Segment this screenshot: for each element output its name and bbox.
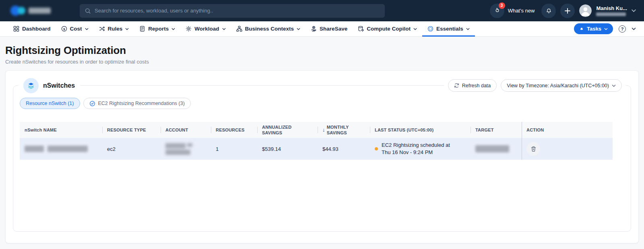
chevron-down-icon [125,28,129,30]
nav-item-compute-copilot[interactable]: Compute Copilot [353,21,422,36]
chevron-down-icon [297,28,300,30]
panel-title: nSwitches [43,82,75,89]
status-line-1: EC2 Rightsizing scheduled at [382,142,450,149]
notifications-button[interactable] [541,4,556,18]
tasks-label: Tasks [587,26,601,32]
refresh-label: Refresh data [462,83,491,88]
dashboard-icon [13,26,19,32]
user-menu[interactable]: Manish Ku... [596,6,627,16]
delete-nswitch-button[interactable] [526,142,540,156]
chevron-down-icon [413,28,417,30]
business-contexts-icon [236,26,242,32]
column-header-monthly-savings[interactable]: ↓ MONTHLY SAVINGS [318,122,370,138]
cell-last-status: EC2 Rightsizing scheduled at Thu 16 Nov … [370,138,471,160]
chevron-down-icon [85,28,89,30]
nav-label: Essentials [436,26,463,32]
redacted-nswitch-name [25,146,88,152]
table-header-row: nSwitch NAME RESOURCE TYPE ACCOUNT RESOU… [20,122,613,138]
redacted-target [475,145,509,152]
nav-item-cost[interactable]: $ Cost [56,21,94,36]
timezone-label: View by Timezone: Asia/Karachi (UTC+05:0… [507,83,609,88]
column-header-target[interactable]: TARGET [471,122,522,138]
nswitches-card: nSwitches Refresh data View by Timezone:… [5,70,639,243]
status-line-2: Thu 16 Nov - 9:24 PM [382,149,450,156]
nav-label: Compute Copilot [367,26,411,32]
nav-item-reports[interactable]: Reports [134,21,180,36]
nav-label: Cost [70,26,82,32]
chevron-down-icon[interactable] [632,9,636,12]
redacted-logo-text [29,8,51,14]
column-header-action: ACTION [522,122,613,138]
cell-monthly-savings: $44.93 [318,138,370,160]
nav-item-workload[interactable]: Workload [180,21,231,36]
redacted-account [165,143,192,155]
reports-icon [139,26,145,32]
panel-legend: nSwitches [18,78,80,93]
action-column-divider [522,122,522,160]
bell-icon [545,7,552,14]
cell-nswitch-name [20,138,102,160]
search-input[interactable] [95,8,380,14]
workload-icon [186,26,192,32]
main-nav: Dashboard $ Cost Rules Reports Workload … [0,21,644,37]
compute-copilot-icon [358,26,364,32]
column-header-resource-type[interactable]: RESOURCE TYPE [102,122,161,138]
nav-label: Reports [148,26,169,32]
chevron-down-icon [612,84,616,87]
add-button[interactable] [560,4,575,18]
tab-label: EC2 Rightsizing Recommendations (3) [98,101,185,106]
avatar[interactable] [579,4,592,17]
nav-label: Dashboard [22,26,51,32]
column-header-resources[interactable]: RESOURCES [211,122,257,138]
chevron-down-icon[interactable] [632,27,636,30]
nav-items: Dashboard $ Cost Rules Reports Workload … [8,21,475,36]
nav-item-sharesave[interactable]: ShareSave [305,21,353,36]
panel-actions: Refresh data View by Timezone: Asia/Kara… [444,79,626,92]
app-logo[interactable] [10,6,55,16]
nav-label: ShareSave [320,26,347,32]
essentials-icon [427,26,433,32]
tab-ec2-rightsizing-recommendations[interactable]: EC2 Rightsizing Recommendations (3) [83,98,191,109]
timezone-selector[interactable]: View by Timezone: Asia/Karachi (UTC+05:0… [501,79,622,92]
nswitch-table: nSwitch NAME RESOURCE TYPE ACCOUNT RESOU… [20,122,613,160]
user-name: Manish Ku... [596,6,627,11]
nav-item-rules[interactable]: Rules [94,21,134,36]
whats-new-label[interactable]: What's new [508,8,535,14]
page-header: Rightsizing Optimization Create nSwitche… [0,37,644,65]
sharesave-icon [311,26,317,32]
chevron-down-icon [466,28,470,30]
cost-icon: $ [61,26,67,32]
logo-mark-icon-2 [18,7,25,14]
global-search[interactable] [80,4,385,18]
cell-annualized-savings: $539.14 [257,138,318,160]
redacted-user-email [596,12,626,16]
tab-resource-nswitch[interactable]: Resource nSwitch (1) [20,98,80,109]
column-header-account[interactable]: ACCOUNT [161,122,211,138]
column-header-nswitch-name[interactable]: nSwitch NAME [20,122,102,138]
chevron-down-icon [604,28,608,30]
topbar-actions: 3 What's new Manish Ku... [490,4,636,18]
cell-target [471,138,522,160]
tab-label: Resource nSwitch (1) [26,101,74,106]
sort-desc-icon: ↓ [322,127,325,134]
nav-item-essentials[interactable]: Essentials [422,21,475,36]
help-icon[interactable]: ? [619,25,626,33]
table-row[interactable]: ec2 1 $539.14 $44.93 EC2 Rightsizing sch… [20,138,613,160]
cell-resources: 1 [211,138,257,160]
nav-item-dashboard[interactable]: Dashboard [8,21,56,36]
nav-item-business-contexts[interactable]: Business Contexts [231,21,306,36]
tasks-button[interactable]: Tasks [574,23,613,34]
page-title: Rightsizing Optimization [5,44,639,57]
nav-label: Rules [108,26,123,32]
whats-new-badge: 3 [499,2,505,9]
chevron-down-icon [171,28,175,30]
nav-label: Business Contexts [245,26,294,32]
whats-new-button[interactable]: 3 [490,4,504,18]
tab-bar: Resource nSwitch (1) EC2 Rightsizing Rec… [20,98,191,109]
column-header-annualized-savings[interactable]: ANNUALIZED SAVINGS [257,122,318,138]
trash-x-icon [530,146,537,152]
status-dot-icon [375,147,378,150]
column-header-last-status[interactable]: LAST STATUS (UTC+05:00) [370,122,471,138]
refresh-data-button[interactable]: Refresh data [448,79,497,92]
nav-right: Tasks ? [574,21,636,36]
